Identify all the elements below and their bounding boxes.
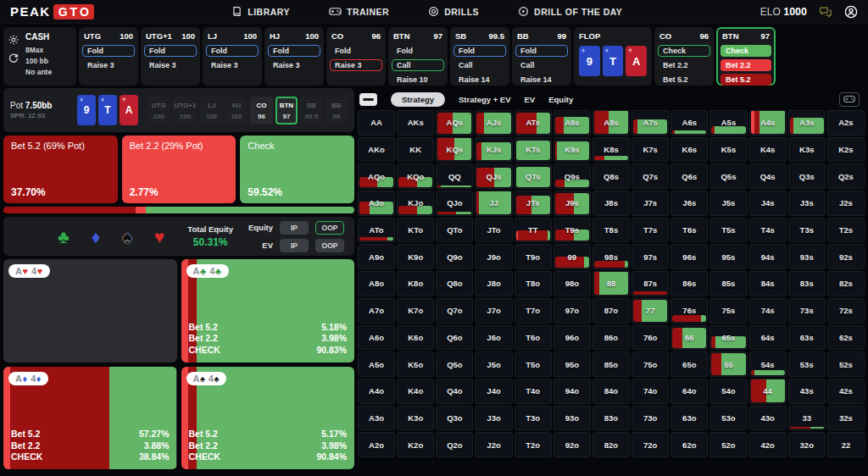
position-chip-utg[interactable]: UTG100 — [147, 97, 170, 125]
matrix-cell-k3s[interactable]: K3s — [788, 137, 826, 163]
matrix-cell-a3o[interactable]: A3o — [358, 406, 395, 431]
matrix-cell-64o[interactable]: 64o — [670, 379, 708, 404]
matrix-cell-98s[interactable]: 98s — [593, 244, 630, 269]
matrix-cell-aa[interactable]: AA — [358, 110, 395, 136]
equity-oop-button[interactable]: OOP — [315, 221, 344, 235]
matrix-cell-99[interactable]: 99 — [554, 244, 591, 269]
matrix-cell-t3s[interactable]: T3s — [788, 218, 826, 243]
matrix-cell-83s[interactable]: 83s — [788, 271, 826, 296]
matrix-cell-qjs[interactable]: QJs — [475, 163, 512, 189]
matrix-cell-72s[interactable]: 72s — [827, 298, 865, 324]
matrix-cell-a9o[interactable]: A9o — [358, 244, 395, 269]
matrix-cell-k2o[interactable]: K2o — [397, 432, 434, 457]
matrix-cell-a6s[interactable]: A6s — [670, 110, 708, 136]
tree-action-raise-14[interactable]: Raise 14 — [515, 74, 568, 86]
matrix-cell-32o[interactable]: 32o — [788, 432, 826, 457]
matrix-cell-a5o[interactable]: A5o — [358, 351, 395, 377]
combo-box-as4s[interactable]: A♠ 4♠Bet 5.2Bet 2.2CHECK5.17%3.98%90.84% — [181, 367, 355, 470]
position-chip-lj[interactable]: LJ100 — [200, 97, 222, 125]
matrix-cell-54o[interactable]: 54o — [709, 379, 747, 404]
matrix-cell-qto[interactable]: QTo — [436, 218, 473, 243]
matrix-cell-66[interactable]: 66 — [670, 325, 708, 351]
tree-action-raise-3[interactable]: Raise 3 — [206, 59, 259, 71]
matrix-cell-aks[interactable]: AKs — [397, 110, 434, 136]
matrix-cell-a5s[interactable]: A5s — [709, 110, 747, 136]
tree-column-btn[interactable]: BTN97CheckBet 2.2Bet 5.2 — [716, 27, 776, 86]
tree-column-co[interactable]: CO96CheckBet 2.2Bet 5.2 — [654, 27, 714, 86]
tree-action-call[interactable]: Call — [515, 59, 568, 71]
matrix-cell-a8o[interactable]: A8o — [358, 271, 395, 296]
matrix-cell-92o[interactable]: 92o — [554, 432, 591, 457]
matrix-cell-t8o[interactable]: T8o — [515, 271, 552, 296]
ev-ip-button[interactable]: IP — [280, 239, 309, 252]
matrix-cell-86o[interactable]: 86o — [593, 325, 630, 351]
gear-icon[interactable] — [8, 34, 19, 46]
matrix-cell-88[interactable]: 88 — [593, 271, 630, 296]
matrix-cell-t3o[interactable]: T3o — [515, 406, 552, 431]
matrix-cell-83o[interactable]: 83o — [593, 406, 630, 431]
matrix-cell-96o[interactable]: 96o — [554, 325, 591, 351]
matrix-cell-j9s[interactable]: J9s — [554, 191, 591, 216]
tree-action-fold[interactable]: Fold — [392, 45, 444, 57]
matrix-cell-92s[interactable]: 92s — [827, 244, 865, 269]
matrix-cell-84o[interactable]: 84o — [593, 379, 630, 404]
matrix-cell-aqs[interactable]: AQs — [436, 110, 473, 136]
matrix-cell-98o[interactable]: 98o — [554, 271, 591, 296]
matrix-cell-k7s[interactable]: K7s — [632, 137, 669, 163]
matrix-cell-65s[interactable]: 65s — [709, 325, 747, 351]
matrix-cell-82s[interactable]: 82s — [827, 271, 865, 296]
combo-box-ah4h[interactable]: A♥ 4♥ — [3, 259, 177, 363]
tree-column-utg[interactable]: UTG100FoldRaise 3 — [79, 27, 138, 86]
matrix-cell-63o[interactable]: 63o — [670, 406, 708, 431]
matrix-cell-q5o[interactable]: Q5o — [436, 351, 473, 377]
nav-item-library[interactable]: LIBRARY — [231, 6, 290, 17]
matrix-cell-q7s[interactable]: Q7s — [632, 163, 669, 189]
matrix-cell-j4o[interactable]: J4o — [475, 379, 512, 404]
matrix-cell-t7s[interactable]: T7s — [632, 218, 669, 243]
matrix-cell-a7o[interactable]: A7o — [358, 298, 395, 324]
tree-action-fold[interactable]: Fold — [453, 45, 506, 57]
matrix-cell-t6o[interactable]: T6o — [515, 325, 552, 351]
tree-column-btn[interactable]: BTN97FoldCallRaise 10 — [388, 27, 448, 86]
tree-action-bet-5-2[interactable]: Bet 5.2 — [658, 74, 710, 86]
tree-column-co[interactable]: CO96FoldRaise 3 — [326, 27, 386, 86]
tab-strategy-plus-ev[interactable]: Strategy + EV — [459, 95, 511, 104]
matrix-cell-j3s[interactable]: J3s — [788, 191, 826, 216]
matrix-cell-kk[interactable]: KK — [397, 137, 434, 163]
matrix-cell-q4o[interactable]: Q4o — [436, 379, 473, 404]
matrix-cell-j3o[interactable]: J3o — [475, 406, 512, 431]
matrix-cell-44[interactable]: 44 — [749, 379, 787, 404]
matrix-cell-q2o[interactable]: Q2o — [436, 432, 473, 457]
matrix-cell-a2s[interactable]: A2s — [827, 110, 865, 136]
combo-box-ac4c[interactable]: A♣ 4♣Bet 5.2Bet 2.2CHECK5.18%3.98%90.83% — [181, 259, 355, 363]
tree-column-hj[interactable]: HJ100FoldRaise 3 — [264, 27, 324, 86]
matrix-cell-ato[interactable]: ATo — [358, 218, 395, 243]
matrix-cell-k4s[interactable]: K4s — [749, 137, 787, 163]
matrix-cell-85o[interactable]: 85o — [593, 351, 630, 377]
matrix-cell-52o[interactable]: 52o — [709, 432, 747, 457]
refresh-icon[interactable] — [8, 53, 19, 64]
ev-oop-button[interactable]: OOP — [315, 239, 344, 252]
matrix-cell-73o[interactable]: 73o — [632, 406, 669, 431]
tree-column-sb[interactable]: SB99.5FoldCallRaise 14 — [450, 27, 509, 86]
tab-strategy[interactable]: Strategy — [391, 92, 445, 107]
matrix-cell-k6o[interactable]: K6o — [397, 325, 434, 351]
matrix-cell-j8s[interactable]: J8s — [593, 191, 630, 216]
position-chip-btn[interactable]: BTN97 — [275, 97, 298, 125]
tree-column-lj[interactable]: LJ100FoldRaise 3 — [203, 27, 262, 86]
chat-icon[interactable] — [819, 6, 832, 18]
position-chip-hj[interactable]: HJ100 — [225, 97, 248, 125]
tree-action-call[interactable]: Call — [453, 59, 506, 71]
matrix-cell-kjo[interactable]: KJo — [397, 191, 434, 216]
matrix-cell-43o[interactable]: 43o — [749, 406, 787, 431]
matrix-cell-75s[interactable]: 75s — [709, 298, 747, 324]
matrix-cell-j2o[interactable]: J2o — [475, 432, 512, 457]
position-chip-utgplus1[interactable]: UTG+1100 — [172, 97, 198, 125]
matrix-cell-jts[interactable]: JTs — [515, 191, 552, 216]
matrix-cell-kjs[interactable]: KJs — [475, 137, 512, 163]
nav-item-trainer[interactable]: TRAINER — [329, 6, 389, 17]
tree-action-check[interactable]: Check — [721, 45, 771, 57]
matrix-cell-87s[interactable]: 87s — [632, 271, 669, 296]
position-chip-bb[interactable]: BB99 — [326, 97, 348, 125]
matrix-cell-93s[interactable]: 93s — [788, 244, 826, 269]
